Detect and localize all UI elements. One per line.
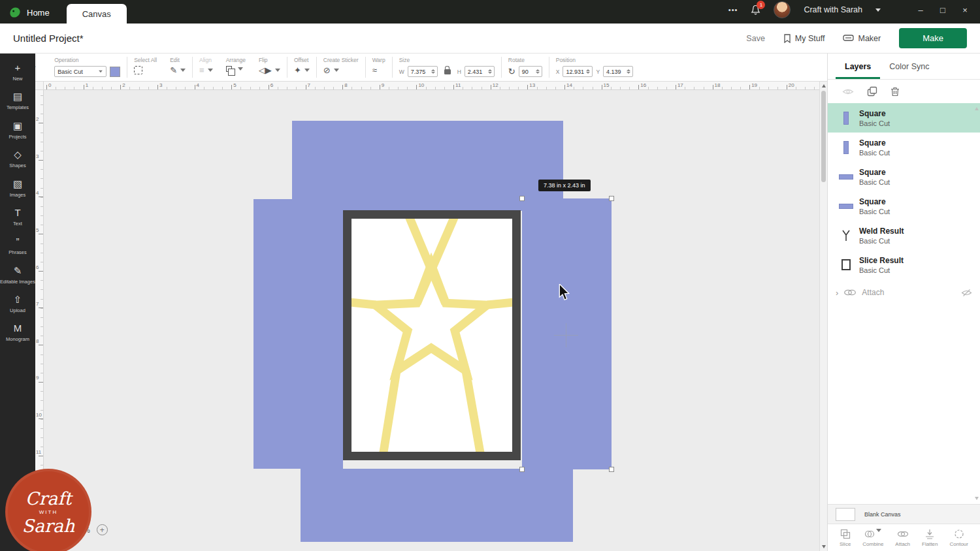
account-name[interactable]: Craft with Sarah (804, 5, 862, 14)
sidebar-item[interactable]: ◇ Shapes (0, 144, 35, 173)
chevron-down-icon[interactable] (180, 69, 186, 72)
operation-select[interactable]: Basic Cut (54, 66, 106, 77)
ruler-number: 3 (158, 82, 195, 89)
sidebar-item-label: Images (10, 192, 26, 198)
square-shape-left[interactable] (253, 199, 343, 469)
offset-icon[interactable]: ✦ (294, 66, 301, 74)
delete-icon[interactable] (890, 86, 900, 97)
scroll-down-icon[interactable] (822, 545, 826, 548)
make-button[interactable]: Make (899, 28, 967, 48)
account-chevron-icon[interactable] (875, 8, 881, 12)
rotate-icon[interactable]: ↻ (508, 67, 515, 76)
cricut-logo-icon (9, 7, 22, 18)
selection-handle-bottom-right[interactable] (609, 467, 614, 472)
sidebar-item[interactable]: + New (0, 57, 35, 86)
avatar[interactable] (774, 1, 791, 18)
x-position-input[interactable]: 12.931 (563, 66, 593, 77)
scroll-up-icon[interactable] (975, 107, 979, 110)
sidebar-item[interactable]: ✎ Editable Images (0, 260, 35, 289)
attach-group-row[interactable]: › Attach (828, 279, 980, 306)
minimize-button[interactable]: – (916, 5, 925, 15)
sidebar-item[interactable]: ▧ Images (0, 174, 35, 202)
maximize-button[interactable]: □ (938, 5, 947, 15)
slice-button[interactable]: Slice (840, 529, 851, 547)
offset-group: Offset ✦ (287, 54, 316, 81)
selection-handle-top-right[interactable] (609, 196, 614, 201)
layer-row[interactable]: Weld Result Basic Cut (828, 221, 980, 250)
layer-thumbnail (839, 204, 853, 209)
create-sticker-group: Create Sticker ⊘ (317, 54, 365, 81)
edit-pencil-icon[interactable]: ✎ (170, 66, 177, 74)
create-sticker-icon[interactable]: ⊘ (323, 66, 331, 74)
sidebar-item[interactable]: ▣ Projects (0, 116, 35, 144)
combine-button[interactable]: Combine (862, 529, 883, 547)
blank-canvas-label: Blank Canvas (864, 511, 901, 518)
scrollbar-thumb[interactable] (821, 91, 826, 182)
tab-color-sync[interactable]: Color Sync (880, 54, 938, 79)
blank-canvas-row[interactable]: Blank Canvas (828, 504, 980, 524)
chevron-down-icon[interactable] (208, 69, 213, 72)
save-button[interactable]: Save (746, 34, 765, 43)
warp-icon[interactable]: ≈ (372, 66, 377, 74)
chevron-down-icon[interactable] (876, 529, 881, 532)
canvas[interactable]: 01234567891011121314151617181920 2345678… (35, 82, 827, 551)
lock-icon[interactable] (444, 69, 451, 74)
width-input[interactable]: 7.375 (408, 66, 438, 77)
visibility-icon[interactable] (842, 87, 854, 96)
flatten-button[interactable]: Flatten (922, 529, 938, 547)
close-button[interactable]: × (960, 5, 970, 15)
chevron-down-icon[interactable] (304, 69, 310, 72)
zoom-in-button[interactable]: + (97, 524, 108, 535)
layer-row[interactable]: Square Basic Cut (828, 162, 980, 191)
chevron-down-icon[interactable] (334, 69, 339, 72)
sidebar-item[interactable]: T Text (0, 202, 35, 231)
tab-layers[interactable]: Layers (836, 54, 880, 79)
sidebar-item-icon: ▧ (13, 179, 22, 189)
more-menu-button[interactable]: ••• (728, 6, 738, 14)
contour-button[interactable]: Contour (950, 529, 968, 547)
ruler-number: 17 (676, 82, 713, 89)
panel-scrollbar[interactable] (974, 104, 979, 503)
arrange-icon[interactable] (226, 66, 232, 72)
sidebar-item[interactable]: ⇧ Upload (0, 289, 35, 318)
create-sticker-label: Create Sticker (323, 57, 359, 63)
select-all-icon[interactable] (134, 66, 142, 74)
canvas-tab[interactable]: Canvas (67, 4, 127, 24)
layer-list: Square Basic Cut Square Basic Cut Square… (828, 103, 980, 504)
sidebar-item[interactable]: M Monogram (0, 318, 35, 347)
scroll-up-icon[interactable] (822, 84, 826, 87)
selection-handle-top-left[interactable] (519, 196, 525, 201)
home-tab[interactable]: Home (9, 7, 50, 18)
notifications-button[interactable]: 1 (751, 5, 760, 16)
y-position-input[interactable]: 4.139 (603, 66, 633, 77)
chevron-down-icon[interactable] (238, 67, 243, 71)
rotate-input[interactable]: 90 (519, 66, 542, 77)
scroll-down-icon[interactable] (975, 497, 979, 500)
machine-select-button[interactable]: Maker (843, 34, 881, 43)
my-stuff-button[interactable]: My Stuff (783, 34, 825, 43)
flip-icon[interactable]: ◁▶ (259, 66, 272, 74)
attach-button[interactable]: Attach (895, 529, 910, 547)
ruler-number: 10 (417, 82, 454, 89)
color-swatch[interactable] (110, 67, 120, 77)
selection-handle-bottom-left[interactable] (519, 467, 525, 472)
blank-canvas-swatch[interactable] (836, 508, 855, 521)
align-icon[interactable]: ≡ (199, 66, 204, 74)
square-shape-bottom[interactable] (301, 469, 573, 542)
layer-row[interactable]: Square Basic Cut (828, 133, 980, 162)
hidden-eye-icon[interactable] (961, 289, 972, 297)
canvas-vertical-scrollbar[interactable] (819, 82, 827, 551)
height-input[interactable]: 2.431 (465, 66, 495, 77)
combine-icon (864, 529, 875, 539)
duplicate-icon[interactable] (867, 86, 877, 97)
layer-row[interactable]: Slice Result Basic Cut (828, 250, 980, 279)
app-window: Home Canvas ••• 1 Craft with Sarah – □ ×… (0, 0, 980, 551)
star-frame-shape[interactable] (343, 210, 521, 460)
sidebar-item[interactable]: ” Phrases (0, 231, 35, 260)
contour-icon (954, 529, 964, 539)
layer-row[interactable]: Square Basic Cut (828, 103, 980, 133)
chevron-right-icon[interactable]: › (836, 288, 838, 298)
layer-row[interactable]: Square Basic Cut (828, 191, 980, 221)
sidebar-item[interactable]: ▤ Templates (0, 86, 35, 115)
chevron-down-icon[interactable] (275, 69, 280, 72)
